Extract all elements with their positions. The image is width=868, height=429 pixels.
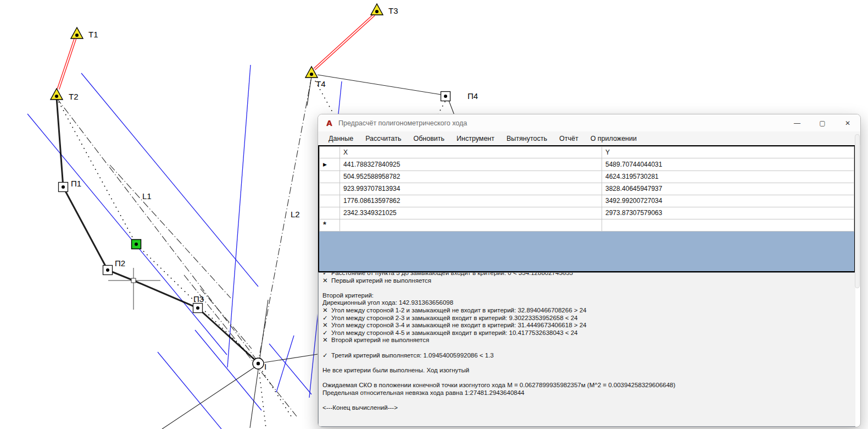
row-header-current[interactable]: ▶ [320,158,340,171]
label-P1: П1 [71,179,81,188]
output-line [322,374,855,382]
menu-item-calculate[interactable]: Рассчитать [359,133,407,145]
coordinates-grid[interactable]: X Y ▶ 441.788327840925 5489.70744044031 … [318,145,855,272]
output-line [322,397,855,404]
new-row-marker-icon: * [323,219,326,229]
minimize-button[interactable]: — [784,114,810,131]
desktop: T1 T2 T3 T4 П1 П2 П3 П4 L1 L2 I A Предра… [0,0,868,429]
label-T2: T2 [69,92,79,101]
output-line [322,359,855,367]
table-row: ▶ 441.788327840925 5489.70744044031 [320,158,854,171]
output-line: ✕ Первый критерий не выполняется [322,277,855,285]
column-header-x[interactable]: X [340,147,602,158]
table-row: 2342.3349321025 2973.87307579063 [320,207,854,219]
calculation-output-textbox[interactable]: ✓ Расстояние от пункта 5 до замыкающей в… [318,272,855,427]
output-line: ✕ Угол между стороной 1-2 и замыкающей н… [322,307,855,315]
cell-y[interactable]: 5489.70744044031 [602,158,854,171]
label-T4: T4 [316,79,326,89]
close-button[interactable]: ✕ [835,114,860,131]
output-line: ✓ Угол между стороной 4-5 и замыкающей в… [322,329,855,337]
row-header[interactable] [320,207,340,219]
cell-x[interactable]: 504.952588958782 [340,171,602,183]
label-T3: T3 [388,6,398,15]
table-row: 504.952588958782 4624.3195730281 [320,171,854,183]
output-line: ✕ Второй критерий не выполняется [322,337,855,344]
cell-x[interactable]: 2342.3349321025 [340,207,602,219]
label-P3: П3 [193,294,204,304]
grid-header-row: X Y [320,147,854,158]
output-line: Предельная относительная невязка хода ра… [322,389,855,397]
menu-item-data[interactable]: Данные [322,133,359,145]
cell-y[interactable]: 3828.40645947937 [602,183,854,195]
label-L1: L1 [142,191,152,201]
output-line: Не все критерии были выполнены. Ход изог… [322,367,855,375]
maximize-button[interactable]: ▢ [810,114,835,131]
table-row: 923.993707813934 3828.40645947937 [320,183,854,195]
app-window: A Предрасчёт полигонометрического хода —… [318,114,861,427]
cell-y-empty[interactable] [602,219,854,232]
label-I: I [264,362,266,371]
output-text: ✓ Расстояние от пункта 5 до замыкающей в… [322,272,855,411]
output-line: ✓ Третий критерий выполняется: 1.0945400… [322,352,855,360]
window-title: Предрасчёт полигонометрического хода [338,119,784,127]
row-header[interactable] [320,195,340,207]
output-line: Второй критерий: [322,292,855,300]
snap-marker[interactable] [132,240,141,249]
menu-item-about[interactable]: О приложении [585,133,643,145]
output-line: ✓ Угол между стороной 2-3 и замыкающей в… [322,315,855,322]
label-P2: П2 [115,258,125,268]
output-line [322,344,855,352]
column-header-y[interactable]: Y [602,147,854,158]
cell-x-empty[interactable] [340,219,602,232]
current-row-arrow-icon: ▶ [323,162,327,167]
criteria-boundary-lines [27,65,342,429]
table-row: 1776.08613597862 3492.99200727034 [320,195,854,207]
cell-x[interactable]: 1776.08613597862 [340,195,602,207]
cell-y[interactable]: 4624.3195730281 [602,171,854,183]
cell-y[interactable]: 3492.99200727034 [602,195,854,207]
menubar: Данные Рассчитать Обновить Инструмент Вы… [318,131,860,145]
output-line: ✕ Угол между стороной 3-4 и замыкающей н… [322,322,855,329]
row-header[interactable] [320,171,340,183]
cell-y[interactable]: 2973.87307579063 [602,207,854,219]
grid-corner-cell[interactable] [320,147,340,158]
output-line [322,284,855,292]
label-P4: П4 [468,91,478,101]
menu-item-tool[interactable]: Инструмент [450,133,500,145]
row-header[interactable] [320,183,340,195]
menu-item-elongation[interactable]: Вытянутость [500,133,553,145]
point-marker-I[interactable] [253,358,264,369]
output-line: <---Конец вычислений---> [322,404,855,412]
bend-node-marker [131,278,136,283]
label-T1: T1 [88,30,98,39]
row-header-new[interactable]: * [320,219,340,232]
output-line: Дирекционный угол хода: 142.931363656098 [322,299,855,307]
cell-x[interactable]: 923.993707813934 [340,183,602,195]
cell-x[interactable]: 441.788327840925 [340,158,602,171]
red-connection-lines [57,14,375,90]
app-icon: A [325,118,334,128]
menu-item-report[interactable]: Отчёт [553,133,585,145]
table-new-row: * [320,219,854,232]
output-line: Ожидаемая СКО в положении конечной точки… [322,382,855,389]
titlebar[interactable]: A Предрасчёт полигонометрического хода —… [318,114,860,131]
output-line: ✓ Расстояние от пункта 5 до замыкающей в… [322,272,855,277]
window-scrollbar[interactable] [855,134,860,288]
menu-item-refresh[interactable]: Обновить [407,133,450,145]
label-L2: L2 [291,210,300,219]
triangulation-point-markers[interactable] [51,4,383,100]
